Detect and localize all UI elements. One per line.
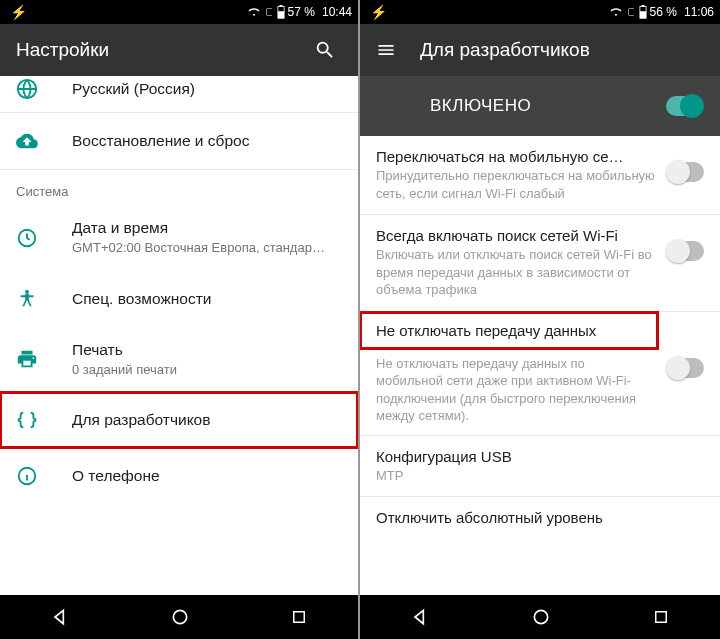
- row-printing[interactable]: Печать 0 заданий печати: [0, 327, 358, 393]
- row-mobile-data-always[interactable]: Не отключать передачу данных Не отключат…: [360, 312, 720, 435]
- svg-rect-11: [639, 11, 645, 18]
- accessibility-label: Спец. возможности: [72, 290, 342, 308]
- appbar-title: Настройки: [16, 39, 308, 61]
- mobiledata-toggle[interactable]: [668, 358, 704, 378]
- globe-icon: [16, 78, 72, 100]
- phone-left-settings: ⚡ 57 % 10:44 Настройки Русский (Россия): [0, 0, 360, 639]
- row-about-phone[interactable]: О телефоне: [0, 448, 358, 504]
- accessibility-icon: [16, 288, 72, 310]
- handover-toggle[interactable]: [668, 162, 704, 182]
- charging-icon: ⚡: [366, 4, 387, 20]
- row-disable-absolute-volume[interactable]: Отключить абсолютный уровень: [360, 497, 720, 530]
- clock-icon: [16, 227, 72, 249]
- handover-label: Переключаться на мобильную се…: [376, 148, 658, 165]
- no-sim-icon: [626, 6, 636, 18]
- handover-sub: Принудительно переключаться на мобильную…: [376, 167, 658, 202]
- settings-list[interactable]: Русский (Россия) Восстановление и сброс …: [0, 76, 358, 595]
- mobiledata-sub: Не отключать передачу данных по мобильно…: [360, 351, 658, 435]
- mobiledata-label: Не отключать передачу данных: [360, 312, 658, 349]
- master-switch-bar[interactable]: ВКЛЮЧЕНО: [360, 76, 720, 136]
- battery-icon: [639, 5, 647, 19]
- wifiscan-toggle[interactable]: [668, 241, 704, 261]
- svg-rect-8: [294, 612, 305, 623]
- wifi-icon: [609, 6, 623, 18]
- wifiscan-label: Всегда включать поиск сетей Wi-Fi: [376, 227, 658, 244]
- clock: 11:06: [684, 5, 714, 19]
- svg-rect-2: [277, 11, 283, 18]
- nav-recent-button[interactable]: [270, 600, 328, 634]
- date-time-label: Дата и время: [72, 219, 342, 237]
- row-language[interactable]: Русский (Россия): [0, 76, 358, 112]
- battery-percent: 56 %: [650, 5, 677, 19]
- print-sub: 0 заданий печати: [72, 361, 342, 379]
- braces-icon: [16, 409, 72, 431]
- search-button[interactable]: [308, 39, 342, 61]
- appbar-title: Для разработчиков: [420, 39, 704, 61]
- svg-point-7: [173, 610, 186, 623]
- developer-label: Для разработчиков: [72, 411, 342, 429]
- wifiscan-sub: Включать или отключать поиск сетей Wi-Fi…: [376, 246, 658, 299]
- no-sim-icon: [264, 6, 274, 18]
- about-label: О телефоне: [72, 467, 342, 485]
- phone-right-devoptions: ⚡ 56 % 11:06 Для разработчиков ВКЛЮЧЕНО: [360, 0, 720, 639]
- print-label: Печать: [72, 341, 342, 359]
- row-aggressive-handover[interactable]: Переключаться на мобильную се… Принудите…: [360, 136, 720, 214]
- appbar-devoptions: Для разработчиков: [360, 24, 720, 76]
- status-bar: ⚡ 57 % 10:44: [0, 0, 358, 24]
- subheader-system: Система: [0, 170, 358, 205]
- menu-button[interactable]: [376, 40, 396, 60]
- status-bar: ⚡ 56 % 11:06: [360, 0, 720, 24]
- nav-home-button[interactable]: [150, 599, 210, 635]
- backup-label: Восстановление и сброс: [72, 132, 342, 150]
- svg-rect-10: [641, 5, 644, 7]
- row-usb-config[interactable]: Конфигурация USB MTP: [360, 436, 720, 497]
- svg-point-5: [25, 289, 29, 293]
- usbconfig-sub: MTP: [376, 467, 704, 485]
- navbar: [0, 595, 358, 639]
- svg-rect-1: [279, 5, 282, 7]
- navbar: [360, 595, 720, 639]
- search-icon: [314, 39, 336, 61]
- row-developer-options[interactable]: Для разработчиков: [0, 392, 358, 448]
- nav-home-button[interactable]: [511, 599, 571, 635]
- row-date-time[interactable]: Дата и время GMT+02:00 Восточная Европа,…: [0, 205, 358, 271]
- usbconfig-label: Конфигурация USB: [376, 448, 704, 465]
- info-icon: [16, 465, 72, 487]
- charging-icon: ⚡: [6, 4, 27, 20]
- nav-recent-button[interactable]: [632, 600, 690, 634]
- row-backup-reset[interactable]: Восстановление и сброс: [0, 113, 358, 169]
- absvol-label: Отключить абсолютный уровень: [376, 509, 704, 526]
- nav-back-button[interactable]: [390, 599, 450, 635]
- wifi-icon: [247, 6, 261, 18]
- language-label: Русский (Россия): [72, 80, 342, 98]
- master-switch-toggle[interactable]: [666, 96, 702, 116]
- cloud-upload-icon: [16, 130, 72, 152]
- hamburger-icon: [376, 40, 396, 60]
- battery-percent: 57 %: [288, 5, 315, 19]
- master-switch-label: ВКЛЮЧЕНО: [378, 96, 666, 116]
- appbar-settings: Настройки: [0, 24, 358, 76]
- print-icon: [16, 348, 72, 370]
- devoptions-list[interactable]: Переключаться на мобильную се… Принудите…: [360, 136, 720, 595]
- clock: 10:44: [322, 5, 352, 19]
- svg-rect-13: [655, 612, 666, 623]
- date-time-sub: GMT+02:00 Восточная Европа, стандар…: [72, 239, 342, 257]
- svg-point-12: [534, 610, 547, 623]
- nav-back-button[interactable]: [30, 599, 90, 635]
- row-accessibility[interactable]: Спец. возможности: [0, 271, 358, 327]
- battery-icon: [277, 5, 285, 19]
- row-wifi-scan-always[interactable]: Всегда включать поиск сетей Wi-Fi Включа…: [360, 215, 720, 311]
